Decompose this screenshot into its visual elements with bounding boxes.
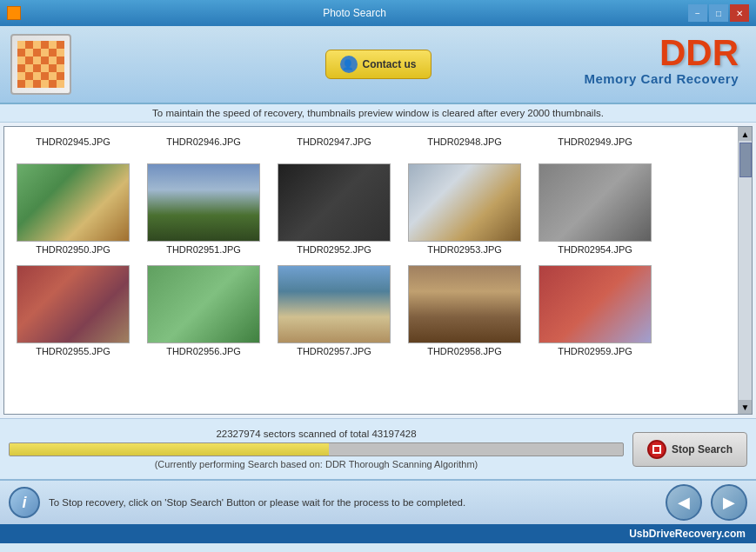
table-row[interactable]: THDR02959.JPG bbox=[530, 258, 660, 360]
logo-pattern bbox=[17, 41, 64, 88]
contact-button[interactable]: 👤 Contact us bbox=[324, 50, 431, 79]
progress-text: 22327974 sectors scanned of total 431974… bbox=[9, 429, 624, 439]
table-row[interactable]: THDR02958.JPG bbox=[399, 258, 530, 360]
grid-row-2: THDR02950.JPG THDR02951.JPG THDR02952.JP… bbox=[8, 156, 734, 258]
brand-name: DDR bbox=[584, 35, 739, 71]
scroll-up-arrow[interactable]: ▲ bbox=[739, 127, 753, 141]
table-row[interactable]: THDR02953.JPG bbox=[399, 156, 530, 258]
table-row[interactable]: THDR02951.JPG bbox=[138, 156, 269, 258]
window-controls: − □ ✕ bbox=[688, 4, 749, 22]
forward-icon: ▶ bbox=[723, 493, 735, 512]
thumbnail-image bbox=[408, 163, 521, 242]
grid-row-labels: THDR02945.JPG THDR02946.JPG THDR02947.JP… bbox=[8, 127, 734, 156]
scroll-thumb[interactable] bbox=[739, 143, 752, 177]
grid-content: THDR02945.JPG THDR02946.JPG THDR02947.JP… bbox=[4, 127, 738, 360]
table-row[interactable]: THDR02954.JPG bbox=[530, 156, 660, 258]
stop-search-button[interactable]: Stop Search bbox=[632, 432, 747, 467]
thumbnail-image bbox=[539, 163, 652, 242]
contact-icon: 👤 bbox=[339, 56, 357, 73]
logo-box bbox=[10, 34, 71, 95]
list-item[interactable]: THDR02947.JPG bbox=[269, 127, 399, 156]
forward-button[interactable]: ▶ bbox=[711, 484, 747, 521]
list-item[interactable]: THDR02948.JPG bbox=[399, 127, 530, 156]
grid-row-3: THDR02955.JPG THDR02956.JPG THDR02957.JP… bbox=[8, 258, 734, 360]
window-title: Photo Search bbox=[323, 7, 386, 19]
back-button[interactable]: ◀ bbox=[666, 484, 702, 521]
header: 👤 Contact us DDR Memory Card Recovery bbox=[0, 26, 756, 104]
table-row[interactable]: THDR02957.JPG bbox=[269, 258, 399, 360]
brand-sub: Memory Card Recovery bbox=[584, 71, 739, 86]
progress-bar-fill bbox=[10, 443, 329, 456]
status-bar: UsbDriveRecovery.com bbox=[0, 524, 756, 543]
close-button[interactable]: ✕ bbox=[730, 4, 749, 22]
table-row[interactable]: THDR02956.JPG bbox=[138, 258, 269, 360]
contact-label: Contact us bbox=[362, 58, 416, 70]
thumbnail-image bbox=[147, 163, 260, 242]
back-icon: ◀ bbox=[678, 493, 690, 512]
table-row[interactable]: THDR02955.JPG bbox=[8, 258, 138, 360]
thumbnail-grid: THDR02945.JPG THDR02946.JPG THDR02947.JP… bbox=[3, 126, 753, 415]
scrollbar[interactable]: ▲ ▼ bbox=[738, 127, 752, 414]
info-message: To maintain the speed of recovery, thumb… bbox=[152, 108, 604, 118]
scroll-down-arrow[interactable]: ▼ bbox=[739, 400, 753, 414]
thumbnail-image bbox=[17, 265, 130, 343]
app-icon bbox=[7, 6, 21, 20]
info-icon: i bbox=[9, 487, 40, 518]
table-row[interactable]: THDR02952.JPG bbox=[269, 156, 399, 258]
thumbnail-image bbox=[17, 163, 130, 242]
thumbnail-image bbox=[278, 163, 391, 242]
list-item[interactable]: THDR02945.JPG bbox=[8, 127, 138, 156]
thumbnail-image bbox=[408, 265, 521, 343]
stop-icon bbox=[647, 440, 666, 459]
thumbnail-image bbox=[147, 265, 260, 343]
list-item[interactable]: THDR02949.JPG bbox=[530, 127, 660, 156]
bottom-message: To Stop recovery, click on 'Stop Search'… bbox=[49, 497, 657, 508]
status-text: UsbDriveRecovery.com bbox=[629, 528, 746, 540]
minimize-button[interactable]: − bbox=[688, 4, 707, 22]
progress-info: 22327974 sectors scanned of total 431974… bbox=[9, 429, 624, 469]
stop-label: Stop Search bbox=[672, 443, 733, 456]
thumbnail-image bbox=[278, 265, 391, 343]
maximize-button[interactable]: □ bbox=[709, 4, 728, 22]
stop-icon-inner bbox=[652, 445, 661, 454]
bottom-bar: i To Stop recovery, click on 'Stop Searc… bbox=[0, 479, 756, 524]
main-area: THDR02945.JPG THDR02946.JPG THDR02947.JP… bbox=[0, 123, 756, 418]
progress-subtitle: (Currently performing Search based on: D… bbox=[9, 459, 624, 469]
brand: DDR Memory Card Recovery bbox=[584, 35, 739, 86]
info-symbol: i bbox=[22, 494, 26, 512]
thumbnail-image bbox=[539, 265, 652, 343]
list-item[interactable]: THDR02946.JPG bbox=[138, 127, 269, 156]
title-bar: Photo Search − □ ✕ bbox=[0, 0, 756, 26]
progress-area: 22327974 sectors scanned of total 431974… bbox=[0, 418, 756, 479]
info-bar: To maintain the speed of recovery, thumb… bbox=[0, 104, 756, 123]
table-row[interactable]: THDR02950.JPG bbox=[8, 156, 138, 258]
progress-bar-container bbox=[9, 442, 624, 456]
